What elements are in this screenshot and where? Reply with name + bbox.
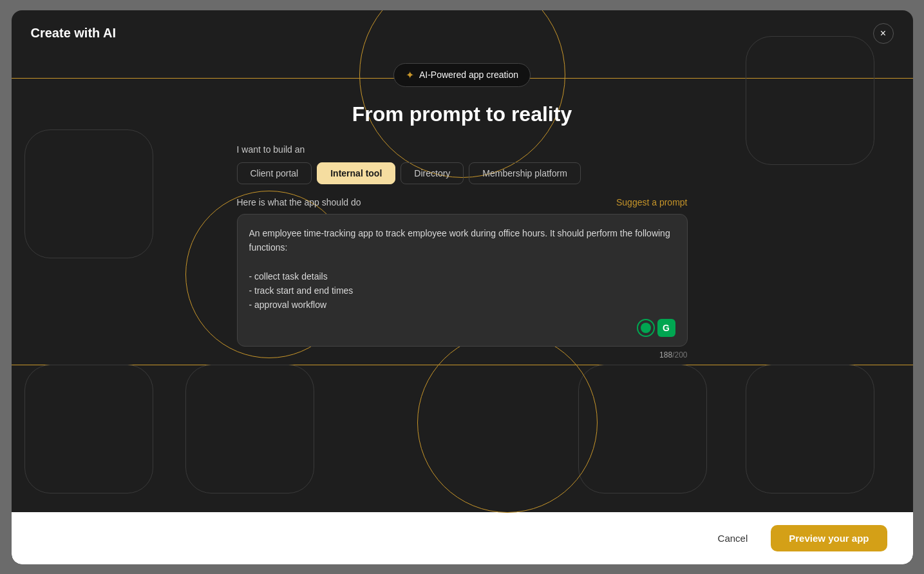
app-type-buttons: Client portal Internal tool Directory Me… (237, 162, 688, 184)
app-type-directory[interactable]: Directory (401, 162, 464, 184)
modal: Create with AI × ✦ AI-Powered app creati… (12, 10, 913, 564)
close-button[interactable]: × (873, 23, 894, 44)
cancel-button[interactable]: Cancel (705, 526, 761, 550)
main-heading: From prompt to reality (352, 102, 572, 126)
grammarly-inner (641, 323, 651, 333)
grammarly-g-icon: G (657, 319, 675, 337)
char-count: 188/200 (237, 350, 688, 359)
sparkle-icon: ✦ (406, 69, 414, 81)
grammarly-circle-icon (637, 319, 655, 337)
app-type-label: I want to build an (237, 144, 688, 155)
prompt-textarea[interactable]: An employee time-tracking app to track e… (249, 226, 675, 310)
preview-button[interactable]: Preview your app (771, 525, 887, 551)
ai-badge: ✦ AI-Powered app creation (393, 63, 531, 87)
textarea-label: Here is what the app should do (237, 197, 361, 207)
textarea-tools: G (249, 319, 675, 337)
grammarly-icons: G (637, 319, 675, 337)
form-section: I want to build an Client portal Interna… (237, 144, 688, 359)
app-type-client-portal[interactable]: Client portal (237, 162, 312, 184)
textarea-header: Here is what the app should do Suggest a… (237, 197, 688, 207)
modal-title: Create with AI (31, 26, 117, 41)
header-bar: Create with AI × (12, 10, 913, 57)
ai-badge-label: AI-Powered app creation (419, 70, 518, 80)
modal-top: Create with AI × ✦ AI-Powered app creati… (12, 10, 913, 512)
modal-footer: Cancel Preview your app (12, 512, 913, 564)
app-type-internal-tool[interactable]: Internal tool (317, 162, 395, 184)
prompt-textarea-wrapper: An employee time-tracking app to track e… (237, 214, 688, 347)
suggest-prompt-link[interactable]: Suggest a prompt (616, 197, 688, 207)
app-type-membership-platform[interactable]: Membership platform (469, 162, 581, 184)
char-current: 188 (659, 350, 672, 359)
char-max: 200 (674, 350, 687, 359)
